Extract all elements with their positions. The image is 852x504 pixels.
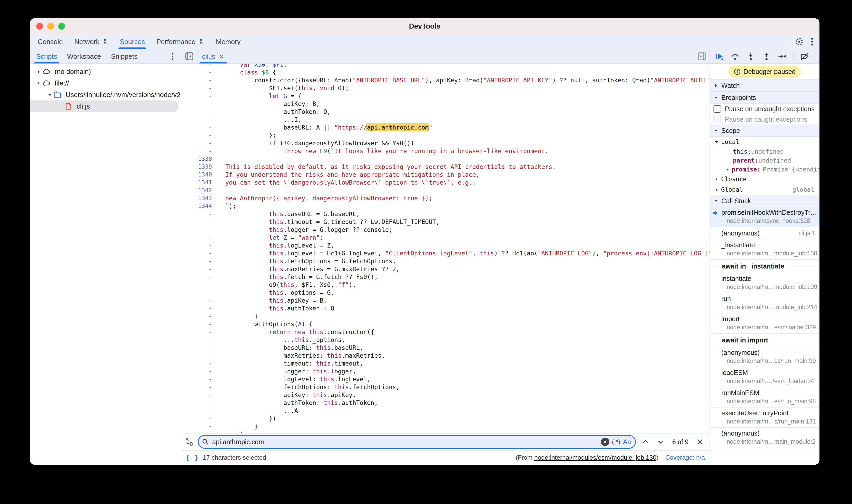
close-tab-icon[interactable] <box>218 54 224 59</box>
code-line[interactable]: -timeout: this.timeout, <box>181 360 710 367</box>
match-case-toggle[interactable]: Aa <box>623 438 632 446</box>
code-line[interactable]: -withOptions(A) { <box>181 320 710 328</box>
code-line[interactable]: -let Z = "warn"; <box>181 234 710 241</box>
toggle-navigator-icon[interactable] <box>185 52 194 60</box>
code-line[interactable]: -this.fetchOptions = G.fetchOptions, <box>181 257 710 265</box>
pretty-print-icon[interactable]: { } <box>186 454 199 462</box>
gutter-line-number[interactable]: - <box>181 84 219 92</box>
stack-frame-instantiate[interactable]: instantiatenode:internal/m…module_job:10… <box>710 273 819 293</box>
code-line[interactable]: -}) <box>181 415 710 422</box>
gutter-line-number[interactable]: - <box>181 352 219 360</box>
code-line[interactable]: -this.fetch = G.fetch ?? Fs0(), <box>181 273 710 281</box>
file-tab-clijs[interactable]: cli.js <box>198 49 228 64</box>
gutter-line-number[interactable]: - <box>181 296 219 304</box>
tab-memory[interactable]: Memory <box>216 34 241 49</box>
code-line[interactable]: -this.apiKey = B, <box>181 296 710 304</box>
code-line[interactable]: -...A <box>181 407 710 415</box>
step-over-icon[interactable] <box>730 52 740 61</box>
gutter-line-number[interactable]: - <box>181 415 219 422</box>
gutter-line-number[interactable]: - <box>181 399 219 407</box>
stack-frame-runmainesm[interactable]: runMainESMnode:internal/m…es/run_main:98 <box>710 387 819 408</box>
code-line[interactable]: -return new this.constructor({ <box>181 328 710 336</box>
tree-item-no-domain[interactable]: (no domain) <box>30 66 181 77</box>
code-line[interactable]: -this.timeout = G.timeout ?? Lw.DEFAULT_… <box>181 218 710 226</box>
tree-item-cli-js[interactable]: cli.js <box>30 101 179 112</box>
code-line[interactable]: -apiKey: B, <box>181 100 710 108</box>
code-line[interactable]: -} <box>181 422 710 430</box>
gutter-line-number[interactable]: 1343 <box>181 194 219 202</box>
source-map-link[interactable]: node:internal/modules/esm/module_job:130 <box>534 454 657 461</box>
code-line[interactable]: -constructor({baseURL: A=ao("ANTHROPIC_B… <box>181 76 710 84</box>
gutter-line-number[interactable]: - <box>181 116 219 124</box>
code-line[interactable]: 1339This is disabled by default, as it r… <box>181 163 710 171</box>
coverage-link[interactable]: Coverage: n/a <box>665 454 705 461</box>
sidebar-tab-scripts[interactable]: Scripts <box>36 49 57 64</box>
chevron-down-icon[interactable] <box>46 93 53 97</box>
watch-section-header[interactable]: Watch <box>710 79 819 91</box>
code-line[interactable]: -class $8 { <box>181 69 710 76</box>
close-search-icon[interactable] <box>696 438 704 446</box>
gutter-line-number[interactable]: - <box>181 139 219 147</box>
code-line[interactable]: -authToken: this.authToken, <box>181 399 710 407</box>
kebab-menu-icon[interactable] <box>811 37 814 46</box>
gutter-line-number[interactable]: - <box>181 281 219 289</box>
gutter-line-number[interactable]: - <box>181 241 219 249</box>
step-into-icon[interactable] <box>746 52 756 61</box>
gutter-line-number[interactable]: - <box>181 265 219 273</box>
scope-group-global[interactable]: Globalglobal <box>710 184 819 195</box>
gutter-line-number[interactable]: - <box>181 147 219 155</box>
code-line[interactable]: -authToken: Q, <box>181 108 710 116</box>
tab-performance[interactable]: Performance <box>156 34 205 49</box>
stack-frame-import[interactable]: importnode:internal/m…esm/loader:329 <box>710 313 819 334</box>
scope-group-local[interactable]: Local <box>710 137 819 147</box>
gutter-line-number[interactable]: - <box>181 76 219 84</box>
gutter-line-number[interactable]: - <box>181 64 219 69</box>
code-line[interactable]: -} <box>181 312 710 320</box>
gutter-line-number[interactable]: - <box>181 344 219 352</box>
gutter-line-number[interactable]: - <box>181 100 219 108</box>
gutter-line-number[interactable]: - <box>181 289 219 296</box>
code-line[interactable]: -if (!G.dangerouslyAllowBrowser && Ys0()… <box>181 139 710 147</box>
stack-frame-run[interactable]: runnode:internal/m…module_job:214 <box>710 293 819 313</box>
gutter-line-number[interactable]: - <box>181 273 219 281</box>
stack-frame-loadesm[interactable]: loadESMnode:internal/p…/esm_loader:34 <box>710 367 819 387</box>
code-line[interactable]: -logLevel: this.logLevel, <box>181 375 710 383</box>
code-line[interactable]: 1343new Anthropic({ apiKey, dangerouslyA… <box>181 194 710 202</box>
stack-frame-anonymous[interactable]: (anonymous)node:internal/m…main_module:2 <box>710 428 819 448</box>
code-line[interactable]: -throw new L9(`It looks like you're runn… <box>181 147 710 155</box>
gutter-line-number[interactable]: - <box>181 312 219 320</box>
gutter-line-number[interactable]: - <box>181 422 219 430</box>
gutter-line-number[interactable]: - <box>181 304 219 312</box>
code-line[interactable]: -...this._options, <box>181 336 710 344</box>
code-line[interactable]: 1342 <box>181 186 710 194</box>
resume-button-icon[interactable] <box>714 52 724 61</box>
gutter-line-number[interactable]: 1344 <box>181 202 219 210</box>
code-line[interactable]: -let G = { <box>181 92 710 100</box>
code-line[interactable]: -logger: this.logger, <box>181 367 710 375</box>
code-line[interactable]: -} <box>181 430 710 433</box>
regex-toggle[interactable]: (.*) <box>612 438 620 446</box>
code-editor[interactable]: -var X50, $F1;-class $8 {-constructor({b… <box>181 64 710 433</box>
gutter-line-number[interactable]: - <box>181 360 219 367</box>
gutter-line-number[interactable]: 1340 <box>181 171 219 179</box>
gutter-line-number[interactable]: - <box>181 367 219 375</box>
code-line[interactable]: -this.logLevel = Z, <box>181 241 710 249</box>
code-line[interactable]: -...I, <box>181 116 710 124</box>
gutter-line-number[interactable]: - <box>181 69 219 76</box>
checkbox-pause-on-caught-exceptions[interactable] <box>713 116 721 123</box>
stack-frame-executeuserentrypoint[interactable]: executeUserEntryPointnode:internal/m…s/r… <box>710 408 819 428</box>
gutter-line-number[interactable]: 1342 <box>181 186 219 194</box>
gutter-line-number[interactable]: - <box>181 108 219 116</box>
gutter-line-number[interactable]: - <box>181 430 219 433</box>
gutter-line-number[interactable]: - <box>181 407 219 415</box>
gutter-line-number[interactable]: - <box>181 226 219 234</box>
tab-network[interactable]: Network <box>74 34 108 49</box>
clear-search-icon[interactable] <box>601 438 609 446</box>
code-line[interactable]: -baseURL: this.baseURL, <box>181 344 710 352</box>
scope-section-header[interactable]: Scope <box>710 125 819 137</box>
stack-frame-anonymous[interactable]: (anonymous)cli.js:1 <box>710 227 819 239</box>
step-icon[interactable] <box>778 52 787 61</box>
gutter-line-number[interactable]: - <box>181 320 219 328</box>
checkbox-pause-on-uncaught-exceptions[interactable] <box>713 105 721 113</box>
scope-prop-promise[interactable]: promise: Promise {<pending>} <box>710 165 819 174</box>
